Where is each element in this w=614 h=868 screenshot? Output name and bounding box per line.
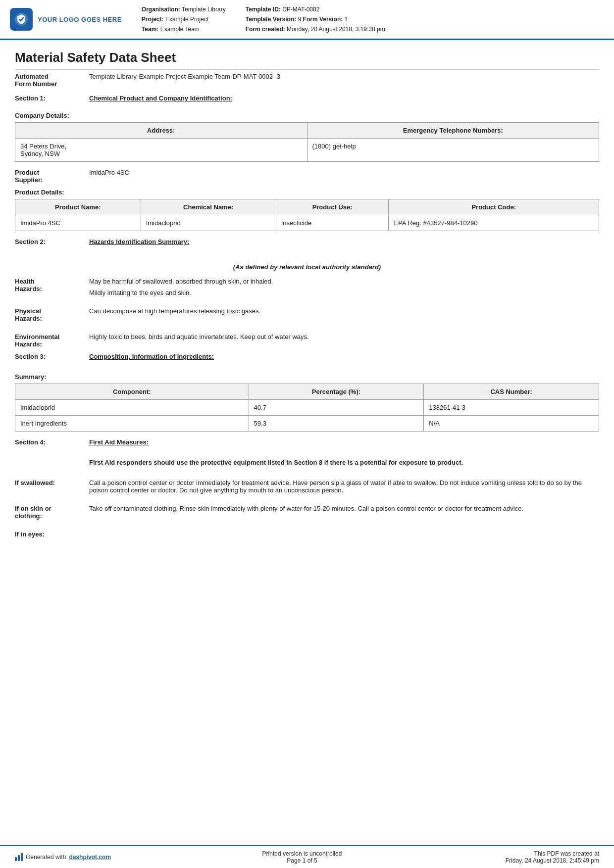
product-supplier-row: ProductSupplier: ImidaPro 4SC <box>15 169 599 184</box>
col-product-code: Product Code: <box>389 199 599 215</box>
if-skin-row: If on skin orclothing: Take off contamin… <box>15 505 599 520</box>
logo-icon <box>10 8 33 31</box>
component-2: Inert Ingredients <box>15 416 249 432</box>
if-skin-value: Take off contaminated clothing. Rinse sk… <box>89 505 599 520</box>
health-hazards-label: HealthHazards: <box>15 278 79 296</box>
template-version-row: Template Version: 9 Form Version: 1 <box>246 15 385 24</box>
summary-row-2: Inert Ingredients 59.3 N/A <box>15 416 599 432</box>
section4-row: Section 4: First Aid Measures: <box>15 438 599 446</box>
cas-1: 138261-41-3 <box>424 400 599 416</box>
if-eyes-label: If in eyes: <box>15 530 79 538</box>
header-col-left: Organisation: Template Library Project: … <box>142 5 226 34</box>
percentage-2: 59.3 <box>249 416 424 432</box>
summary-label: Summary: <box>15 373 599 381</box>
section2-label: Section 2: <box>15 238 79 245</box>
health-hazards-row: HealthHazards: May be harmful of swallow… <box>15 278 599 296</box>
summary-table: Component: Percentage (%): CAS Number: I… <box>15 384 599 432</box>
cas-2: N/A <box>424 416 599 432</box>
hazards-note: (As defined by relevant local authority … <box>15 263 599 271</box>
physical-hazards-value: Can decompose at high temperatures relea… <box>89 307 599 322</box>
environmental-hazards-label: EnvironmentalHazards: <box>15 333 79 348</box>
section2-row: Section 2: Hazards Identification Summar… <box>15 238 599 245</box>
team-row: Team: Example Team <box>142 25 226 34</box>
section3-row: Section 3: Composition, Information of I… <box>15 353 599 360</box>
product-supplier-label: ProductSupplier: <box>15 169 79 184</box>
product-details-label: Product Details: <box>15 189 599 196</box>
section4-label: Section 4: <box>15 438 79 446</box>
if-eyes-row: If in eyes: <box>15 530 599 538</box>
form-number-value: Template Library-Example Project-Example… <box>89 73 280 88</box>
section3-title: Composition, Information of Ingredients: <box>89 353 214 360</box>
section2-title: Hazards Identification Summary: <box>89 238 189 245</box>
footer-created-label: This PDF was created at <box>460 850 599 857</box>
logo-area: YOUR LOGO GOES HERE <box>10 5 122 34</box>
if-swallowed-label: If swallowed: <box>15 479 79 494</box>
footer-left: Generated with dashpivot.com <box>15 853 144 861</box>
percentage-1: 40.7 <box>249 400 424 416</box>
col-product-use: Product Use: <box>276 199 389 215</box>
page-header: YOUR LOGO GOES HERE Organisation: Templa… <box>0 0 614 40</box>
form-created-row: Form created: Monday, 20 August 2018, 3:… <box>246 25 385 34</box>
environmental-hazards-row: EnvironmentalHazards: Highly toxic to be… <box>15 333 599 348</box>
if-eyes-value <box>89 530 599 538</box>
form-number-row: AutomatedForm Number Template Library-Ex… <box>15 73 599 88</box>
product-supplier-value: ImidaPro 4SC <box>89 169 599 184</box>
footer-center: Printed version is uncontrolled Page 1 o… <box>144 850 460 864</box>
emergency-header: Emergency Telephone Numbers: <box>307 123 599 139</box>
health-hazard-line1: May be harmful of swallowed, absorbed th… <box>89 278 599 285</box>
company-details-table: Address: Emergency Telephone Numbers: 34… <box>15 122 599 162</box>
col-component: Component: <box>15 384 249 400</box>
document-title: Material Safety Data Sheet <box>15 50 599 70</box>
col-percentage: Percentage (%): <box>249 384 424 400</box>
company-details-label: Company Details: <box>15 112 599 119</box>
footer-right: This PDF was created at Friday, 24 Augus… <box>460 850 599 864</box>
footer-generated-text: Generated with <box>26 854 66 861</box>
section1-title: Chemical Product and Company Identificat… <box>89 95 232 102</box>
logo-text: YOUR LOGO GOES HERE <box>38 16 122 23</box>
project-row: Project: Example Project <box>142 15 226 24</box>
section1-row: Section 1: Chemical Product and Company … <box>15 95 599 102</box>
emergency-value: (1800) get-help <box>307 139 599 162</box>
environmental-hazards-value: Highly toxic to bees, birds and aquatic … <box>89 333 599 348</box>
form-number-label: AutomatedForm Number <box>15 73 79 88</box>
header-col-right: Template ID: DP-MAT-0002 Template Versio… <box>246 5 385 34</box>
physical-hazards-label: PhysicalHazards: <box>15 307 79 322</box>
footer-brand[interactable]: dashpivot.com <box>69 854 111 861</box>
if-swallowed-row: If swallowed: Call a poison control cent… <box>15 479 599 494</box>
chemical-name-cell: Imidacloprid <box>141 215 276 231</box>
section1-label: Section 1: <box>15 95 79 102</box>
health-hazards-value: May be harmful of swallowed, absorbed th… <box>89 278 599 296</box>
col-product-name: Product Name: <box>15 199 141 215</box>
footer-uncontrolled: Printed version is uncontrolled <box>144 850 460 857</box>
page-footer: Generated with dashpivot.com Printed ver… <box>0 845 614 868</box>
template-id-row: Template ID: DP-MAT-0002 <box>246 5 385 14</box>
summary-row-1: Imidacloprid 40.7 138261-41-3 <box>15 400 599 416</box>
address-value: 34 Peters Drive,Sydney, NSW <box>15 139 307 162</box>
product-details-table: Product Name: Chemical Name: Product Use… <box>15 199 599 231</box>
product-details-row: ImidaPro 4SC Imidacloprid Insecticide EP… <box>15 215 599 231</box>
col-chemical-name: Chemical Name: <box>141 199 276 215</box>
main-content: Material Safety Data Sheet AutomatedForm… <box>0 40 614 573</box>
product-code-cell: EPA Reg. #43527-984-10290 <box>389 215 599 231</box>
section4-title: First Aid Measures: <box>89 438 149 446</box>
product-use-cell: Insecticide <box>276 215 389 231</box>
physical-hazards-row: PhysicalHazards: Can decompose at high t… <box>15 307 599 322</box>
first-aid-note: First Aid responders should use the prot… <box>15 459 599 466</box>
section3-label: Section 3: <box>15 353 79 360</box>
product-name-cell: ImidaPro 4SC <box>15 215 141 231</box>
col-cas: CAS Number: <box>424 384 599 400</box>
if-swallowed-value: Call a poison control center or doctor i… <box>89 479 599 494</box>
health-hazard-line2: Mildly irritating to the eyes and skin. <box>89 289 599 296</box>
header-meta: Organisation: Template Library Project: … <box>132 5 604 34</box>
component-1: Imidacloprid <box>15 400 249 416</box>
org-row: Organisation: Template Library <box>142 5 226 14</box>
dashpivot-icon <box>15 853 23 861</box>
footer-page: Page 1 of 5 <box>144 857 460 864</box>
if-skin-label: If on skin orclothing: <box>15 505 79 520</box>
footer-created-date: Friday, 24 August 2018, 2:45:49 pm <box>460 857 599 864</box>
address-header: Address: <box>15 123 307 139</box>
